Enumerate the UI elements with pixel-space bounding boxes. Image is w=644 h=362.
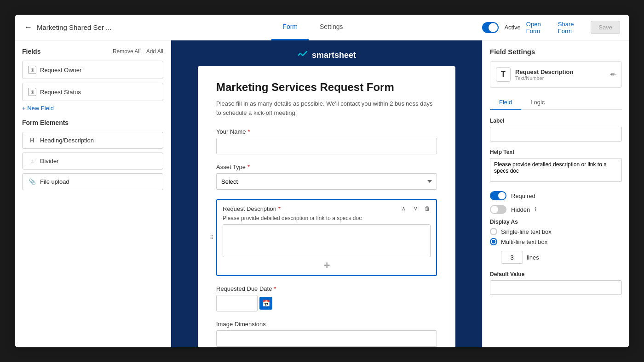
tab-form[interactable]: Form: [271, 15, 309, 40]
label-input[interactable]: [490, 127, 622, 141]
form-card: Marketing Services Request Form Please f…: [198, 66, 455, 347]
field-item-request-owner[interactable]: ⊕ Request Owner: [22, 61, 163, 79]
expand-handle[interactable]: ✛: [223, 259, 431, 270]
left-sidebar: Fields Remove All Add All ⊕ Request Owne…: [15, 40, 171, 347]
request-desc-help: Please provide detailed description or l…: [223, 215, 431, 221]
move-up-button[interactable]: ∧: [398, 204, 408, 214]
remove-all-button[interactable]: Remove All: [113, 48, 141, 55]
logo-bar: smartsheet: [180, 50, 473, 61]
form-element-divider[interactable]: ≡ Divider: [22, 153, 163, 170]
fields-actions: Remove All Add All: [113, 48, 163, 55]
tab-logic[interactable]: Logic: [521, 95, 554, 110]
back-button[interactable]: ←: [24, 23, 32, 32]
file-upload-icon: 📎: [28, 178, 36, 185]
field-edit-button[interactable]: ✏: [610, 71, 616, 78]
info-icon[interactable]: ℹ: [535, 206, 537, 213]
tab-settings[interactable]: Settings: [309, 15, 354, 40]
header-left: ← Marketing Shared Ser ...: [24, 23, 144, 32]
form-elements-title: Form Elements: [22, 119, 69, 126]
help-text-title: Help Text: [490, 149, 622, 155]
heading-icon: H: [28, 137, 36, 144]
field-info: Request Description Text/Number: [515, 68, 606, 81]
label-group-title: Label: [490, 118, 622, 124]
required-label: Required: [511, 192, 535, 199]
form-element-heading[interactable]: H Heading/Description: [22, 132, 163, 149]
field-image-dimensions: Image Dimensions: [216, 321, 437, 347]
lines-input[interactable]: [501, 251, 523, 264]
logo-icon: [297, 50, 308, 61]
required-toggle[interactable]: [490, 191, 506, 200]
field-your-name: Your Name *: [216, 128, 437, 154]
hidden-toggle-thumb: [491, 206, 498, 213]
header-nav: Form Settings: [144, 15, 482, 40]
request-desc-textarea[interactable]: [223, 224, 431, 257]
form-subtitle: Please fill in as many details as possib…: [216, 99, 437, 117]
lines-row: lines: [501, 251, 622, 264]
lines-label: lines: [527, 254, 539, 261]
radio-dot-multi: [490, 238, 497, 245]
add-all-button[interactable]: Add All: [146, 48, 163, 55]
smartsheet-logo: smartsheet: [297, 50, 356, 61]
radio-label-multi: Multi-line text box: [501, 238, 547, 245]
delete-field-button[interactable]: 🗑: [422, 204, 432, 214]
toggle-thumb: [489, 23, 498, 32]
share-form-link[interactable]: Share Form: [558, 21, 586, 34]
form-elements-section: Form Elements H Heading/Description ≡ Di…: [22, 119, 163, 190]
header-right: Active Open Form Share Form Save: [482, 21, 620, 34]
active-toggle[interactable]: [482, 22, 499, 33]
form-preview: smartsheet Marketing Services Request Fo…: [171, 40, 482, 347]
main-layout: Fields Remove All Add All ⊕ Request Owne…: [15, 40, 629, 347]
radio-group: Single-line text box Multi-line text box: [490, 228, 622, 245]
radio-dot-single: [490, 228, 497, 235]
form-title: Marketing Services Request Form: [216, 81, 437, 94]
calendar-icon[interactable]: 📅: [259, 297, 272, 310]
field-item-request-status[interactable]: ⊕ Request Status: [22, 83, 163, 101]
your-name-label: Your Name *: [216, 128, 437, 135]
field-label: Request Status: [40, 89, 81, 96]
default-value-input[interactable]: [490, 280, 622, 295]
field-request-description: ∧ ∨ 🗑 ⠿ Request Description * Please pro…: [216, 199, 437, 276]
due-date-label: Requested Due Date *: [216, 285, 437, 292]
field-type-icon: T: [496, 67, 511, 82]
asset-type-select[interactable]: Select: [216, 173, 437, 190]
required-star: *: [274, 285, 276, 292]
open-form-link[interactable]: Open Form: [526, 21, 552, 34]
image-dimensions-label: Image Dimensions: [216, 321, 437, 328]
default-value-title: Default Value: [490, 271, 622, 277]
image-dimensions-input[interactable]: [216, 330, 437, 347]
active-label: Active: [504, 24, 520, 31]
field-label: Request Owner: [40, 67, 81, 74]
fields-title: Fields: [22, 48, 40, 55]
panel-title: Field Settings: [490, 48, 622, 56]
field-info-name: Request Description: [515, 68, 606, 75]
field-icon: ⊕: [28, 88, 36, 96]
form-element-label: Heading/Description: [40, 137, 94, 144]
required-star: *: [247, 164, 250, 170]
hidden-toggle[interactable]: [490, 205, 506, 214]
save-button[interactable]: Save: [591, 21, 620, 34]
due-date-input[interactable]: [216, 295, 258, 311]
field-info-type: Text/Number: [515, 75, 606, 81]
asset-type-label: Asset Type *: [216, 164, 437, 170]
form-element-file-upload[interactable]: 📎 File upload: [22, 173, 163, 190]
move-down-button[interactable]: ∨: [410, 204, 420, 214]
your-name-input[interactable]: [216, 138, 437, 154]
form-element-label: Divider: [40, 158, 58, 164]
new-field-link[interactable]: + New Field: [22, 105, 163, 112]
hidden-toggle-row: Hidden ℹ: [490, 205, 622, 214]
display-as-group: Display As Single-line text box Multi-li…: [490, 219, 622, 264]
radio-multi-line[interactable]: Multi-line text box: [490, 238, 622, 245]
date-input-wrap: 📅: [216, 295, 437, 311]
drag-handle[interactable]: ⠿: [210, 234, 214, 241]
panel-tabs: Field Logic: [490, 95, 622, 110]
tab-field[interactable]: Field: [490, 95, 521, 110]
required-toggle-thumb: [498, 192, 506, 199]
label-group: Label: [490, 118, 622, 141]
field-icon: ⊕: [28, 66, 36, 74]
field-asset-type: Asset Type * Select: [216, 164, 437, 190]
radio-single-line[interactable]: Single-line text box: [490, 228, 622, 235]
help-text-input[interactable]: [490, 158, 622, 182]
hidden-label: Hidden: [511, 206, 530, 213]
radio-label-single: Single-line text box: [501, 228, 552, 235]
help-text-group: Help Text: [490, 149, 622, 184]
